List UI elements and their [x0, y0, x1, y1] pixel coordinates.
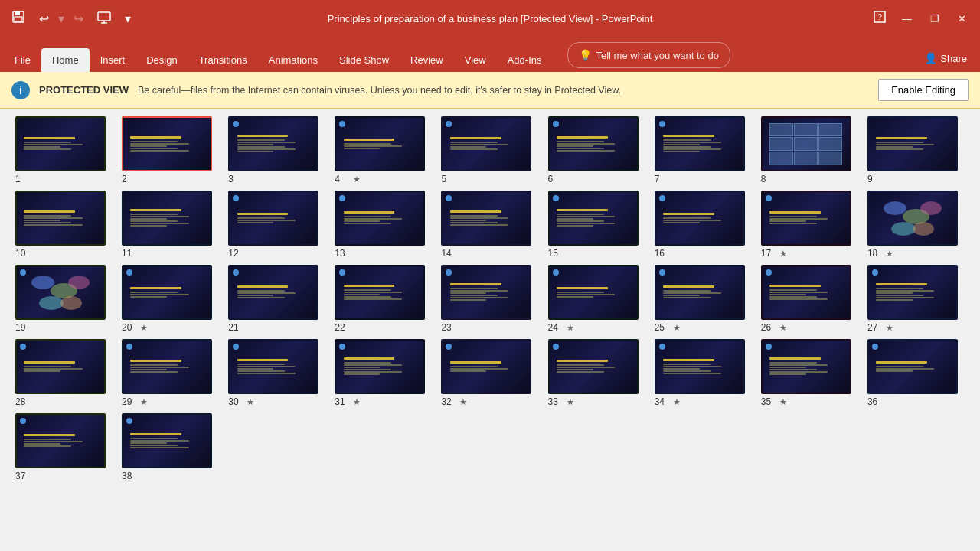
- slide-item[interactable]: 30 ★: [228, 339, 325, 407]
- slide-thumbnail-26[interactable]: [761, 265, 851, 320]
- slide-item[interactable]: 34 ★: [655, 339, 752, 407]
- slide-item[interactable]: 3: [228, 116, 325, 184]
- slide-thumbnail-10[interactable]: [15, 191, 106, 246]
- slide-item[interactable]: 38: [122, 413, 219, 481]
- slide-thumbnail-36[interactable]: [867, 339, 958, 394]
- presentation-button[interactable]: [93, 8, 115, 28]
- save-button[interactable]: [8, 8, 29, 28]
- slide-item[interactable]: 15: [548, 191, 645, 259]
- slide-thumbnail-23[interactable]: [441, 265, 531, 320]
- slide-thumbnail-14[interactable]: [441, 191, 531, 246]
- slide-thumbnail-32[interactable]: [441, 339, 531, 394]
- slide-thumbnail-34[interactable]: [655, 339, 745, 394]
- undo-dropdown[interactable]: ▾: [54, 10, 68, 28]
- slide-item[interactable]: 5: [441, 116, 538, 184]
- tab-slideshow[interactable]: Slide Show: [328, 48, 400, 72]
- slide-item[interactable]: 7: [655, 116, 752, 184]
- slide-star[interactable]: ★: [779, 397, 787, 407]
- slide-item[interactable]: 37: [15, 413, 113, 481]
- slide-star[interactable]: ★: [140, 397, 148, 407]
- slide-item[interactable]: 29 ★: [122, 339, 219, 407]
- slide-item[interactable]: 9: [867, 116, 965, 184]
- tab-file[interactable]: File: [4, 48, 41, 72]
- slide-thumbnail-25[interactable]: [655, 265, 745, 320]
- tab-animations[interactable]: Animations: [258, 48, 328, 72]
- slide-item[interactable]: 6: [548, 116, 645, 184]
- tab-transitions[interactable]: Transitions: [188, 48, 258, 72]
- slide-item[interactable]: 21: [228, 265, 325, 333]
- slide-thumbnail-28[interactable]: [15, 339, 106, 394]
- slide-item[interactable]: 25 ★: [655, 265, 752, 333]
- tab-home[interactable]: Home: [41, 48, 90, 72]
- slide-item[interactable]: 31 ★: [335, 339, 432, 407]
- slide-thumbnail-37[interactable]: [15, 413, 106, 468]
- slide-thumbnail-31[interactable]: [335, 339, 425, 394]
- slide-thumbnail-7[interactable]: [655, 116, 745, 171]
- slide-thumbnail-6[interactable]: [548, 116, 639, 171]
- slide-thumbnail-13[interactable]: [335, 191, 425, 246]
- slide-star[interactable]: ★: [886, 323, 893, 333]
- redo-button[interactable]: ↪: [70, 10, 87, 28]
- slide-thumbnail-16[interactable]: [655, 191, 745, 246]
- slide-thumbnail-35[interactable]: [761, 339, 851, 394]
- slide-thumbnail-18[interactable]: [867, 191, 958, 246]
- minimize-button[interactable]: —: [896, 9, 918, 28]
- slide-item[interactable]: 1: [15, 116, 113, 184]
- customize-btn[interactable]: ▾: [121, 10, 135, 28]
- slide-star[interactable]: ★: [779, 249, 787, 259]
- tab-addins[interactable]: Add-Ins: [497, 48, 553, 72]
- slide-item[interactable]: 23: [441, 265, 538, 333]
- slide-star[interactable]: ★: [673, 323, 681, 333]
- slide-item[interactable]: 8: [761, 116, 858, 184]
- slide-item[interactable]: 17 ★: [761, 191, 858, 259]
- enable-editing-button[interactable]: Enable Editing: [878, 79, 969, 101]
- tell-me-input[interactable]: 💡 Tell me what you want to do: [567, 42, 730, 68]
- slide-star[interactable]: ★: [353, 174, 361, 184]
- slide-item[interactable]: 28: [15, 339, 113, 407]
- slide-star[interactable]: ★: [140, 323, 148, 333]
- slide-item[interactable]: 22: [335, 265, 432, 333]
- slide-star[interactable]: ★: [459, 397, 467, 407]
- slide-item[interactable]: 24 ★: [548, 265, 645, 333]
- slide-item[interactable]: 27 ★: [867, 265, 965, 333]
- close-button[interactable]: ✕: [952, 9, 972, 28]
- slide-item[interactable]: 36: [867, 339, 965, 407]
- slide-item[interactable]: 35 ★: [761, 339, 858, 407]
- slide-item[interactable]: 19: [15, 265, 113, 333]
- slide-item[interactable]: 20 ★: [122, 265, 219, 333]
- slide-star[interactable]: ★: [247, 397, 254, 407]
- slide-item[interactable]: 26 ★: [761, 265, 858, 333]
- slide-star[interactable]: ★: [567, 323, 574, 333]
- slide-thumbnail-1[interactable]: [15, 116, 106, 171]
- slide-thumbnail-20[interactable]: [122, 265, 212, 320]
- slide-thumbnail-3[interactable]: [228, 116, 318, 171]
- tab-insert[interactable]: Insert: [90, 48, 136, 72]
- slide-star[interactable]: ★: [673, 397, 681, 407]
- slide-star[interactable]: ★: [567, 397, 574, 407]
- slide-thumbnail-24[interactable]: [548, 265, 639, 320]
- slide-thumbnail-21[interactable]: [228, 265, 318, 320]
- slide-thumbnail-33[interactable]: [548, 339, 639, 394]
- slide-thumbnail-4[interactable]: [335, 116, 425, 171]
- restore-button[interactable]: ❐: [924, 9, 946, 28]
- slide-item[interactable]: 13: [335, 191, 432, 259]
- slide-thumbnail-17[interactable]: [761, 191, 851, 246]
- slide-thumbnail-11[interactable]: [122, 191, 212, 246]
- slide-item[interactable]: 4 ★: [335, 116, 432, 184]
- slide-item[interactable]: 33 ★: [548, 339, 645, 407]
- slide-thumbnail-8[interactable]: [761, 116, 851, 171]
- tab-view[interactable]: View: [454, 48, 497, 72]
- slide-thumbnail-30[interactable]: [228, 339, 318, 394]
- help-button[interactable]: ?: [870, 9, 890, 28]
- slide-item[interactable]: 12: [228, 191, 325, 259]
- slide-item[interactable]: 18 ★: [867, 191, 965, 259]
- share-button[interactable]: 👤 Share: [915, 48, 976, 68]
- slide-thumbnail-29[interactable]: [122, 339, 212, 394]
- slide-thumbnail-15[interactable]: [548, 191, 639, 246]
- undo-button[interactable]: ↩: [35, 10, 53, 28]
- slide-item[interactable]: 32 ★: [441, 339, 538, 407]
- slide-thumbnail-5[interactable]: [441, 116, 531, 171]
- slide-item[interactable]: 10: [15, 191, 113, 259]
- slide-item[interactable]: 14: [441, 191, 538, 259]
- slide-thumbnail-19[interactable]: [15, 265, 106, 320]
